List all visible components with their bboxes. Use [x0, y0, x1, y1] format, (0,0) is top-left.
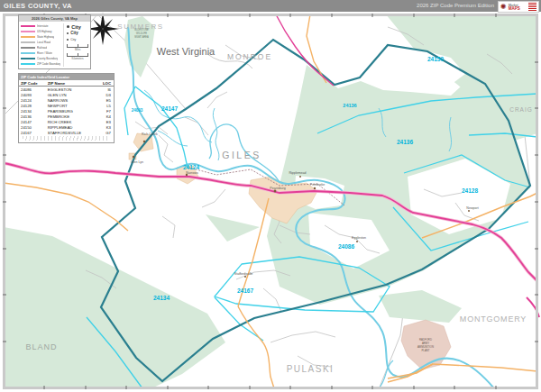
zip-label-24167: 24167	[237, 287, 253, 294]
edition-label: 2026 ZIP Code Premium Edition	[417, 0, 494, 12]
svg-text:PLANT: PLANT	[421, 349, 429, 352]
label-craig: CRAIG	[509, 106, 533, 113]
scale-bar-miles: Miles	[67, 44, 88, 51]
zip-label-24124: 24124	[183, 164, 199, 170]
city-dot-icon	[67, 25, 69, 28]
zip-label-24150: 24150	[427, 56, 444, 62]
marketmaps-logo: ✺ Market MAPS	[498, 1, 539, 13]
zip-index-footnote	[23, 136, 110, 141]
legend-swatch-us-highway	[21, 31, 35, 32]
town-pembroke: Pembroke	[310, 183, 325, 187]
legend-line-samples: Interstate US Highway State Highway Loca…	[21, 23, 60, 67]
zip-label-24093: 24093	[132, 108, 143, 113]
zip-index-table: ZIP Code ZIP Name LOC 24086EGGLESTONI6 2…	[19, 80, 114, 135]
town-glen-lyn: Glen Lyn	[131, 160, 143, 164]
logo-red-block	[528, 3, 536, 11]
zip-label-24136-a: 24136	[397, 139, 413, 145]
legend-city-large: City	[67, 23, 88, 30]
zip-index-box: ZIP Code Index/Grid Locator ZIP Code ZIP…	[18, 73, 115, 143]
town-newport: Newport	[466, 206, 478, 210]
zip-label-24128: 24128	[462, 187, 478, 194]
zip-label-24086: 24086	[338, 243, 354, 250]
town-eggleston: Eggleston	[352, 236, 366, 240]
legend-swatch-zip-boundary	[21, 63, 35, 65]
town-staffordsville: Staffordsville	[234, 272, 253, 276]
logo-globe-icon: ✺	[500, 4, 507, 11]
legend-city-samples: City City City Miles Kilometers	[63, 23, 88, 67]
poi-bluestone-label: BLUESTONE WILDLIFE MGMT AREA	[134, 28, 149, 39]
svg-text:BLUESTONE: BLUESTONE	[134, 28, 149, 32]
city-dot-icon	[67, 32, 69, 34]
town-rich-creek: Rich Creek	[142, 132, 158, 136]
label-bland: BLAND	[25, 342, 57, 351]
zip-label-24134: 24134	[153, 295, 170, 301]
zip-label-24136-b: 24136	[343, 103, 356, 108]
logo-maps-text: MAPS	[509, 7, 520, 11]
zip-index-row: 24167STAFFORDSVILLEG7	[19, 130, 114, 135]
legend-swatch-railroad	[21, 47, 35, 49]
legend-swatch-state-highway	[21, 36, 35, 38]
legend-swatch-river	[21, 52, 35, 54]
svg-text:WILDLIFE: WILDLIFE	[136, 32, 147, 35]
label-monroe: MONROE	[227, 52, 272, 61]
svg-text:MGMT AREA: MGMT AREA	[134, 35, 149, 39]
label-west-virginia: West Virginia	[157, 46, 215, 57]
town-ripplemead: Ripplemead	[289, 171, 306, 175]
legend-city-medium: City	[67, 30, 88, 36]
legend-swatch-county-boundary	[21, 58, 35, 59]
zip-label-24147: 24147	[161, 105, 178, 112]
label-pulaski: PULASKI	[287, 364, 335, 374]
town-pearisburg: Pearisburg	[270, 187, 285, 190]
city-dot-icon	[67, 39, 69, 41]
map-poster: SUMMERS MONROE CRAIG MONTGOMERY PULASKI …	[0, 0, 541, 392]
page-title: GILES COUNTY, VA	[4, 0, 72, 12]
scale-bar-kilometers: Kilometers	[67, 53, 88, 60]
town-narrows: Narrows	[186, 171, 198, 175]
legend-item: ZIP Code Boundary	[21, 61, 60, 67]
legend-box: 2026 Giles County, VA Map Interstate US …	[18, 14, 91, 69]
legend-city-small: City	[67, 36, 88, 42]
title-bar: GILES COUNTY, VA 2026 ZIP Code Premium E…	[0, 0, 541, 12]
label-giles: GILES	[222, 150, 261, 160]
label-montgomery: MONTGOMERY	[460, 315, 527, 324]
legend-title: 2026 Giles County, VA Map	[19, 15, 90, 22]
legend-swatch-interstate	[21, 25, 35, 27]
legend-swatch-local-road	[21, 41, 35, 43]
zip-index-title: ZIP Code Index/Grid Locator	[19, 74, 114, 80]
